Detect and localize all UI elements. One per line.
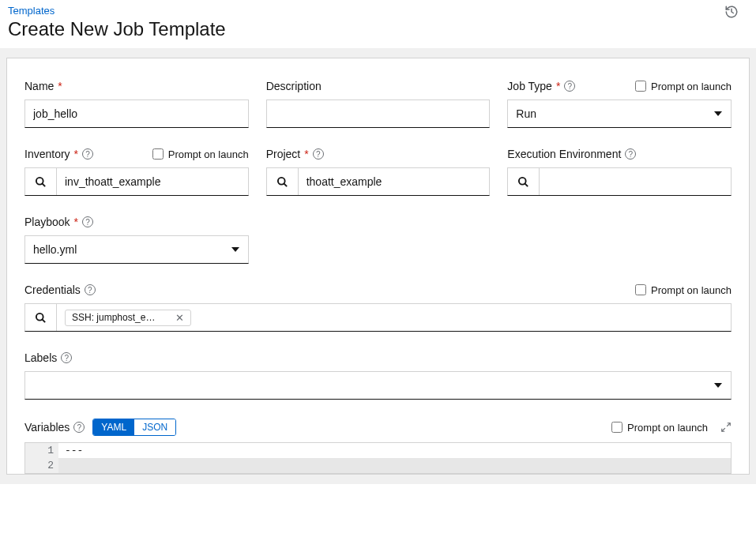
help-icon[interactable]: ? [61, 352, 72, 363]
name-input[interactable] [24, 100, 249, 128]
help-icon[interactable]: ? [85, 284, 96, 295]
page-title: Create New Job Template [8, 18, 748, 40]
credentials-lookup-button[interactable] [25, 304, 57, 331]
svg-line-9 [722, 428, 725, 431]
job-type-selected: Run [516, 107, 536, 120]
required-asterisk: * [304, 148, 308, 160]
json-toggle-button[interactable]: JSON [134, 419, 175, 435]
caret-down-icon [714, 383, 722, 388]
playbook-selected: hello.yml [33, 243, 77, 256]
breadcrumb-templates[interactable]: Templates [8, 5, 748, 17]
help-icon[interactable]: ? [82, 216, 93, 227]
project-lookup-button[interactable] [267, 168, 299, 195]
labels-select[interactable] [24, 371, 732, 400]
required-asterisk: * [58, 80, 62, 92]
svg-point-2 [278, 177, 285, 184]
inventory-lookup-button[interactable] [25, 168, 57, 195]
variables-format-toggle: YAML JSON [92, 419, 176, 436]
code-line-1: --- [58, 443, 731, 458]
history-icon[interactable] [724, 5, 739, 19]
credential-chip-text: SSH: jumphost_exam... [72, 312, 156, 323]
inventory-value: inv_thoatt_example [57, 168, 248, 195]
credentials-prompt-label: Prompt on launch [651, 284, 732, 296]
description-input[interactable] [266, 100, 491, 128]
svg-line-5 [525, 183, 528, 186]
svg-point-0 [36, 177, 43, 184]
variables-prompt-checkbox[interactable] [611, 422, 622, 433]
expand-icon[interactable] [720, 422, 732, 433]
svg-line-1 [42, 183, 45, 186]
svg-point-4 [519, 177, 526, 184]
help-icon[interactable]: ? [82, 148, 93, 160]
credential-chip-remove[interactable]: ✕ [175, 312, 184, 324]
exec-env-value [540, 168, 731, 195]
credential-chip: SSH: jumphost_exam... ✕ [65, 310, 191, 326]
variables-editor[interactable]: 1 --- 2 [24, 442, 732, 474]
svg-line-3 [284, 183, 287, 186]
required-asterisk: * [556, 80, 560, 92]
variables-label: Variables [24, 421, 70, 434]
job-type-label: Job Type [507, 80, 552, 92]
required-asterisk: * [74, 148, 78, 160]
job-type-prompt-label: Prompt on launch [651, 81, 732, 92]
gutter-line-2: 2 [25, 458, 58, 473]
help-icon[interactable]: ? [313, 148, 324, 160]
project-label: Project [266, 148, 301, 160]
name-label: Name [24, 80, 54, 92]
svg-point-6 [36, 313, 43, 320]
labels-label: Labels [24, 351, 57, 364]
gutter-line-1: 1 [25, 443, 58, 458]
credentials-label: Credentials [24, 284, 81, 296]
description-label: Description [266, 80, 322, 92]
svg-line-7 [42, 319, 45, 322]
exec-env-lookup-button[interactable] [508, 168, 540, 195]
job-type-prompt-checkbox[interactable] [635, 81, 646, 92]
svg-line-8 [727, 423, 730, 426]
help-icon[interactable]: ? [564, 81, 575, 92]
project-value: thoatt_example [299, 168, 490, 195]
required-asterisk: * [74, 216, 78, 228]
credentials-prompt-checkbox[interactable] [635, 284, 646, 295]
playbook-label: Playbook [24, 216, 70, 228]
variables-prompt-label: Prompt on launch [627, 422, 708, 434]
exec-env-label: Execution Environment [507, 148, 621, 160]
inventory-prompt-label: Prompt on launch [168, 148, 249, 160]
inventory-label: Inventory [24, 148, 70, 160]
yaml-toggle-button[interactable]: YAML [93, 419, 134, 435]
job-type-select[interactable]: Run [507, 100, 732, 128]
playbook-select[interactable]: hello.yml [24, 235, 249, 264]
help-icon[interactable]: ? [73, 422, 85, 433]
help-icon[interactable]: ? [625, 148, 636, 160]
inventory-prompt-checkbox[interactable] [152, 148, 164, 160]
code-line-2 [58, 458, 731, 473]
